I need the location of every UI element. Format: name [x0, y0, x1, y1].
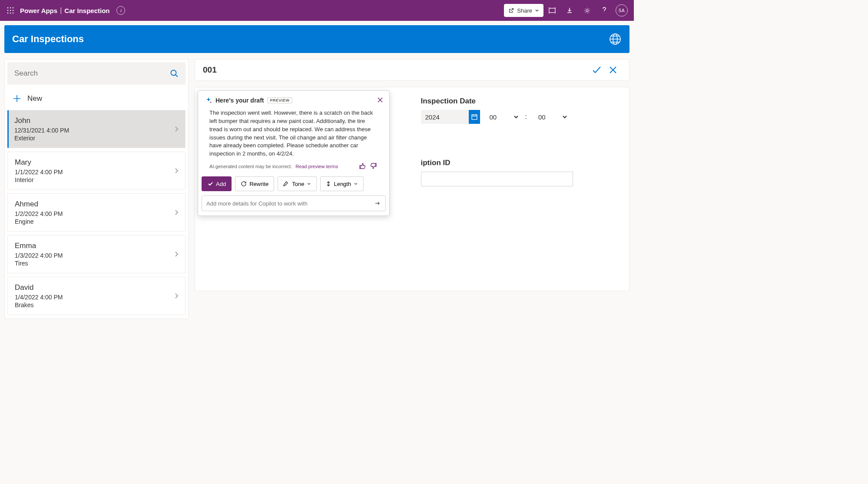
list-item-name: David [15, 283, 178, 292]
list-item-date: 1/2/2022 4:00 PM [15, 210, 178, 217]
separator: | [60, 7, 62, 14]
settings-icon[interactable] [578, 0, 596, 21]
list-item-type: Tires [15, 260, 178, 267]
list-item-type: Exterior [14, 135, 178, 142]
list-item-name: Mary [15, 158, 178, 167]
svg-rect-14 [472, 115, 477, 119]
chevron-right-icon [174, 125, 179, 133]
list-item-date: 1/1/2022 4:00 PM [15, 169, 178, 176]
thumbs-down-icon[interactable] [370, 162, 378, 170]
time-colon: : [525, 113, 527, 121]
left-panel: New John12/31/2021 4:00 PMExteriorMary1/… [4, 59, 189, 319]
search-input[interactable] [14, 69, 170, 78]
chevron-right-icon [174, 292, 179, 300]
svg-point-8 [13, 13, 14, 14]
new-button-label: New [27, 94, 42, 103]
rewrite-button[interactable]: Rewrite [235, 176, 274, 191]
svg-point-4 [10, 10, 11, 11]
list-item-date: 12/31/2021 4:00 PM [14, 127, 178, 134]
list-item-date: 1/4/2022 4:00 PM [15, 294, 178, 301]
help-icon[interactable] [596, 0, 613, 21]
list-item[interactable]: John12/31/2021 4:00 PMExterior [7, 110, 186, 148]
copilot-title: Here's your draft [215, 97, 264, 104]
chevron-right-icon [174, 209, 179, 216]
svg-point-5 [13, 10, 14, 11]
copilot-detail-input[interactable] [202, 196, 386, 211]
copilot-detail-field[interactable] [206, 200, 374, 207]
list-item[interactable]: Mary1/1/2022 4:00 PMInterior [7, 152, 186, 190]
app-name: Power Apps [20, 7, 57, 14]
list-item[interactable]: David1/4/2022 4:00 PMBrakes [7, 277, 186, 315]
share-button[interactable]: Share [504, 4, 543, 17]
copilot-draft-text: The inspection went well. However, there… [198, 106, 389, 161]
hour-select[interactable]: 00 [485, 110, 523, 124]
submit-button[interactable] [588, 62, 605, 78]
copilot-draft-popup: Here's your draft PREVIEW The inspection… [198, 90, 390, 216]
close-icon[interactable] [375, 95, 385, 105]
new-button[interactable]: New [5, 87, 188, 110]
list-item-name: Emma [15, 242, 178, 250]
thumbs-up-icon[interactable] [359, 162, 367, 170]
tone-button[interactable]: Tone [278, 176, 317, 191]
page-title: Car Inspections [12, 33, 84, 45]
detail-header: 001 [195, 59, 629, 81]
minute-select[interactable]: 00 [534, 110, 572, 124]
svg-point-7 [10, 13, 11, 14]
info-icon[interactable]: i [116, 6, 125, 15]
add-button[interactable]: Add [202, 176, 232, 191]
inspection-list: John12/31/2021 4:00 PMExteriorMary1/1/20… [5, 110, 188, 315]
date-value[interactable]: 2024 [421, 110, 469, 124]
list-item[interactable]: Emma1/3/2022 4:00 PMTires [7, 235, 186, 273]
inspection-id-field[interactable] [421, 172, 573, 186]
list-item-name: Ahmed [15, 200, 178, 209]
svg-rect-9 [549, 8, 555, 13]
sparkle-icon [205, 97, 212, 104]
search-box[interactable] [7, 62, 186, 85]
detail-id: 001 [203, 65, 217, 75]
detail-form: Description Inspection Date 2024 00 [195, 87, 629, 291]
waffle-icon[interactable] [3, 3, 17, 17]
submit-arrow-icon[interactable] [374, 200, 381, 207]
svg-point-10 [586, 10, 588, 12]
list-item-type: Engine [15, 218, 178, 225]
list-item-date: 1/3/2022 4:00 PM [15, 252, 178, 259]
length-button[interactable]: Length [320, 176, 364, 191]
list-item-name: John [14, 116, 178, 125]
svg-point-0 [7, 7, 9, 9]
preview-terms-link[interactable]: Read preview terms [295, 164, 338, 169]
user-avatar[interactable]: SA [613, 0, 630, 21]
svg-point-2 [13, 7, 14, 9]
download-icon[interactable] [561, 0, 578, 21]
share-button-label: Share [517, 7, 532, 14]
inspection-date-label: Inspection Date [421, 97, 618, 106]
fit-to-screen-icon[interactable] [543, 0, 561, 21]
search-icon [170, 69, 179, 78]
inspection-id-label: iption ID [421, 159, 618, 167]
screen-name: Car Inspection [64, 7, 109, 14]
preview-badge: PREVIEW [267, 97, 292, 103]
chevron-right-icon [174, 250, 179, 258]
svg-point-6 [7, 13, 9, 14]
svg-point-1 [10, 7, 11, 9]
list-item-type: Brakes [15, 302, 178, 308]
svg-point-13 [171, 70, 176, 76]
cancel-button[interactable] [605, 62, 621, 78]
chevron-right-icon [174, 167, 179, 175]
ai-disclaimer: AI-generated content may be incorrect. [209, 164, 292, 169]
svg-point-3 [7, 10, 9, 11]
app-top-bar: Power Apps | Car Inspection i Share SA [0, 0, 634, 21]
globe-icon[interactable] [609, 33, 622, 46]
list-item[interactable]: Ahmed1/2/2022 4:00 PMEngine [7, 193, 186, 232]
app-header: Car Inspections [4, 25, 629, 53]
list-item-type: Interior [15, 176, 178, 183]
calendar-icon[interactable] [469, 110, 480, 124]
plus-icon [13, 94, 21, 103]
